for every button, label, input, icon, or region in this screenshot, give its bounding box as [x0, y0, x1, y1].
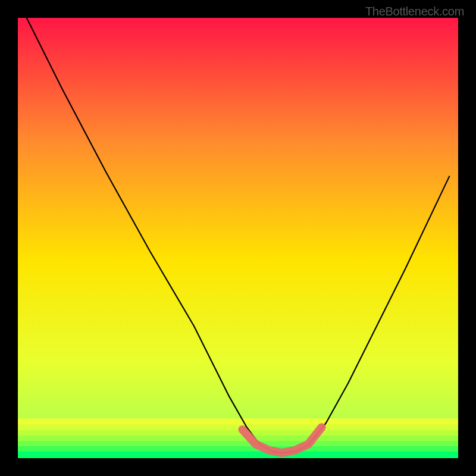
bottleneck-chart [18, 18, 458, 458]
watermark-text: TheBottleneck.com [365, 5, 464, 18]
svg-rect-2 [18, 446, 458, 452]
svg-rect-0 [18, 18, 458, 458]
svg-rect-1 [18, 452, 458, 458]
svg-rect-6 [18, 425, 458, 431]
chart-container [18, 18, 458, 458]
svg-rect-7 [18, 418, 458, 424]
svg-rect-4 [18, 436, 458, 441]
svg-rect-3 [18, 441, 458, 446]
svg-rect-5 [18, 430, 458, 436]
